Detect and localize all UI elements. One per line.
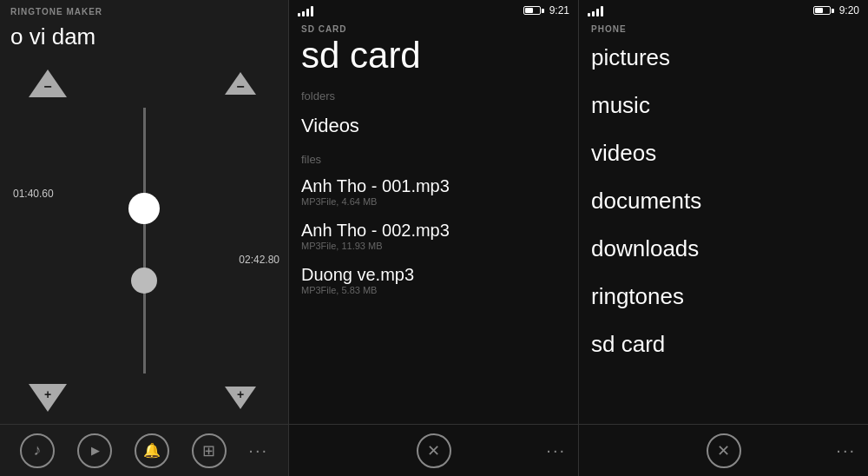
music-icon: ♪	[33, 441, 41, 459]
item-text-documents: documents	[591, 188, 856, 215]
item-text-pictures: pictures	[591, 44, 856, 71]
start-thumb[interactable]	[128, 193, 160, 224]
battery-icon-3	[813, 6, 834, 15]
more-dots-button[interactable]: ···	[248, 440, 268, 460]
bell-icon: 🔔	[143, 442, 161, 459]
file-name-1: Anh Tho - 001.mp3	[301, 176, 566, 196]
more-dots-button-2[interactable]: ···	[546, 440, 566, 460]
status-time-3: 9:20	[839, 4, 859, 17]
bell-button[interactable]: 🔔	[135, 433, 169, 468]
file-item-1[interactable]: Anh Tho - 001.mp3 MP3File, 4.64 MB	[289, 169, 578, 214]
more-dots-button-3[interactable]: ···	[836, 440, 856, 460]
item-text-ringtones: ringtones	[591, 283, 856, 310]
start-time-label: 01:40.60	[13, 188, 54, 200]
play-icon: ▶	[89, 444, 100, 457]
close-button-3[interactable]: ✕	[707, 433, 741, 468]
panel-ringtone-maker: RINGTONE MAKER o vi dam − − 01:40.60 02:…	[0, 0, 289, 476]
panel-phone: 9:20 PHONE pictures music videos documen…	[579, 0, 868, 476]
file-name-3: Duong ve.mp3	[301, 265, 566, 285]
phone-list: pictures music videos documents download…	[579, 34, 868, 424]
play-button[interactable]: ▶	[77, 433, 112, 468]
close-icon-2: ✕	[427, 443, 440, 459]
music-button[interactable]: ♪	[20, 433, 55, 468]
end-time-label: 02:42.80	[239, 254, 279, 266]
file-item-2[interactable]: Anh Tho - 002.mp3 MP3File, 11.93 MB	[289, 214, 578, 258]
sd-card-label: SD CARD	[289, 21, 578, 34]
panel-sd-card: 9:21 SD CARD sd card folders Videos file…	[289, 0, 579, 476]
signal-icon-3	[588, 4, 603, 17]
list-item-pictures[interactable]: pictures	[579, 34, 868, 82]
file-meta-2: MP3File, 11.93 MB	[301, 241, 566, 251]
list-item-ringtones[interactable]: ringtones	[579, 273, 868, 321]
status-bar-2: 9:21	[289, 0, 578, 21]
decrease-start-button[interactable]: −	[26, 66, 69, 101]
file-meta-1: MP3File, 4.64 MB	[301, 196, 566, 207]
signal-icon	[298, 4, 313, 17]
song-name: o vi dam	[0, 20, 288, 57]
file-meta-3: MP3File, 5.83 MB	[301, 285, 566, 295]
folders-header: folders	[289, 83, 578, 106]
top-controls: − −	[0, 66, 288, 101]
app-title: RINGTONE MAKER	[10, 7, 278, 17]
item-text-sd-card: sd card	[591, 331, 856, 358]
battery-icon	[523, 6, 544, 15]
slider-track	[143, 108, 146, 374]
folder-videos[interactable]: Videos	[289, 106, 578, 146]
list-item-sd-card[interactable]: sd card	[579, 321, 868, 368]
close-button-2[interactable]: ✕	[417, 433, 451, 468]
files-header: files	[289, 146, 578, 169]
bottom-controls: + +	[0, 380, 288, 415]
item-text-videos: videos	[591, 140, 856, 167]
item-text-downloads: downloads	[591, 235, 856, 262]
phone-label: PHONE	[579, 21, 868, 34]
file-item-3[interactable]: Duong ve.mp3 MP3File, 5.83 MB	[289, 258, 578, 302]
sd-card-title: sd card	[289, 34, 578, 83]
increase-end-button[interactable]: +	[219, 380, 262, 415]
grid-button[interactable]: ⊞	[192, 433, 227, 468]
file-name-2: Anh Tho - 002.mp3	[301, 221, 566, 241]
item-text-music: music	[591, 92, 856, 119]
p1-toolbar: ♪ ▶ 🔔 ⊞ ···	[0, 424, 288, 476]
p2-toolbar: ✕ ···	[289, 424, 578, 476]
slider-area: − − 01:40.60 02:42.80 +	[0, 57, 288, 424]
p3-toolbar: ✕ ···	[579, 424, 868, 476]
list-item-downloads[interactable]: downloads	[579, 225, 868, 273]
status-bar-3: 9:20	[579, 0, 868, 21]
end-thumb[interactable]	[131, 268, 157, 294]
list-item-documents[interactable]: documents	[579, 177, 868, 225]
status-time-2: 9:21	[549, 4, 569, 17]
list-item-videos[interactable]: videos	[579, 129, 868, 177]
decrease-end-button[interactable]: −	[219, 66, 262, 101]
grid-icon: ⊞	[202, 441, 215, 460]
list-item-music[interactable]: music	[579, 82, 868, 129]
increase-start-button[interactable]: +	[26, 380, 69, 415]
p1-header: RINGTONE MAKER	[0, 0, 288, 20]
close-icon-3: ✕	[717, 443, 730, 459]
folder-name: Videos	[301, 115, 566, 137]
